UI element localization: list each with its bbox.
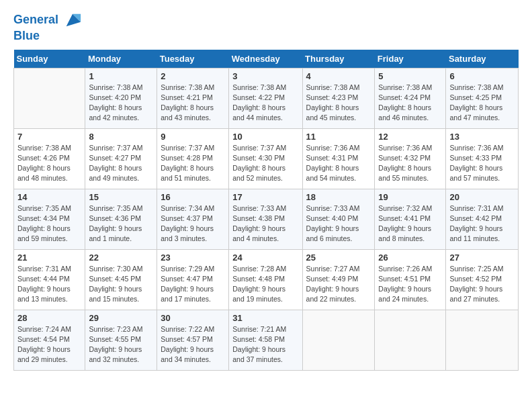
calendar-cell: 10Sunrise: 7:37 AMSunset: 4:30 PMDayligh…: [229, 128, 302, 189]
day-number: 28: [17, 313, 81, 323]
calendar-week-4: 21Sunrise: 7:31 AMSunset: 4:44 PMDayligh…: [14, 249, 519, 310]
day-number: 6: [449, 71, 515, 81]
header-monday: Monday: [85, 50, 157, 68]
day-info: Sunrise: 7:25 AMSunset: 4:52 PMDaylight:…: [449, 264, 515, 305]
day-info: Sunrise: 7:38 AMSunset: 4:22 PMDaylight:…: [232, 83, 298, 124]
day-number: 5: [378, 71, 442, 81]
day-number: 30: [161, 313, 225, 323]
day-number: 23: [161, 253, 225, 263]
day-number: 1: [89, 71, 153, 81]
day-number: 12: [378, 132, 442, 142]
header-tuesday: Tuesday: [157, 50, 229, 68]
day-info: Sunrise: 7:21 AMSunset: 4:58 PMDaylight:…: [232, 324, 298, 365]
day-info: Sunrise: 7:24 AMSunset: 4:54 PMDaylight:…: [17, 324, 81, 365]
calendar-cell: 6Sunrise: 7:38 AMSunset: 4:25 PMDaylight…: [446, 68, 519, 128]
day-number: 20: [449, 192, 515, 202]
day-info: Sunrise: 7:23 AMSunset: 4:55 PMDaylight:…: [89, 324, 153, 365]
calendar-cell: [14, 68, 85, 128]
calendar-header-row: SundayMondayTuesdayWednesdayThursdayFrid…: [14, 50, 519, 68]
day-number: 24: [232, 253, 298, 263]
calendar-cell: 17Sunrise: 7:33 AMSunset: 4:38 PMDayligh…: [229, 189, 302, 249]
calendar-cell: 16Sunrise: 7:34 AMSunset: 4:37 PMDayligh…: [157, 189, 229, 249]
day-info: Sunrise: 7:36 AMSunset: 4:33 PMDaylight:…: [449, 143, 515, 184]
day-info: Sunrise: 7:38 AMSunset: 4:21 PMDaylight:…: [161, 83, 225, 124]
day-info: Sunrise: 7:38 AMSunset: 4:23 PMDaylight:…: [306, 83, 371, 124]
calendar-cell: 13Sunrise: 7:36 AMSunset: 4:33 PMDayligh…: [446, 128, 519, 189]
day-info: Sunrise: 7:33 AMSunset: 4:38 PMDaylight:…: [232, 203, 298, 244]
day-number: 27: [449, 253, 515, 263]
day-number: 15: [89, 192, 153, 202]
day-info: Sunrise: 7:32 AMSunset: 4:41 PMDaylight:…: [378, 203, 442, 244]
day-info: Sunrise: 7:37 AMSunset: 4:28 PMDaylight:…: [161, 143, 225, 184]
calendar-cell: 7Sunrise: 7:38 AMSunset: 4:26 PMDaylight…: [14, 128, 85, 189]
calendar-week-5: 28Sunrise: 7:24 AMSunset: 4:54 PMDayligh…: [14, 310, 519, 370]
calendar-cell: 22Sunrise: 7:30 AMSunset: 4:45 PMDayligh…: [85, 249, 157, 310]
calendar-cell: 14Sunrise: 7:35 AMSunset: 4:34 PMDayligh…: [14, 189, 85, 249]
calendar-cell: 30Sunrise: 7:22 AMSunset: 4:57 PMDayligh…: [157, 310, 229, 370]
calendar-cell: 8Sunrise: 7:37 AMSunset: 4:27 PMDaylight…: [85, 128, 157, 189]
calendar-week-1: 1Sunrise: 7:38 AMSunset: 4:20 PMDaylight…: [14, 68, 519, 128]
day-number: 11: [306, 132, 371, 142]
calendar-cell: 26Sunrise: 7:26 AMSunset: 4:51 PMDayligh…: [375, 249, 446, 310]
day-number: 16: [161, 192, 225, 202]
calendar-cell: 29Sunrise: 7:23 AMSunset: 4:55 PMDayligh…: [85, 310, 157, 370]
calendar-table: SundayMondayTuesdayWednesdayThursdayFrid…: [13, 50, 519, 371]
day-info: Sunrise: 7:28 AMSunset: 4:48 PMDaylight:…: [232, 264, 298, 305]
calendar-cell: 25Sunrise: 7:27 AMSunset: 4:49 PMDayligh…: [302, 249, 375, 310]
header-wednesday: Wednesday: [229, 50, 302, 68]
calendar-cell: 24Sunrise: 7:28 AMSunset: 4:48 PMDayligh…: [229, 249, 302, 310]
calendar-cell: 28Sunrise: 7:24 AMSunset: 4:54 PMDayligh…: [14, 310, 85, 370]
header-friday: Friday: [375, 50, 446, 68]
day-info: Sunrise: 7:38 AMSunset: 4:26 PMDaylight:…: [17, 143, 81, 184]
day-info: Sunrise: 7:36 AMSunset: 4:31 PMDaylight:…: [306, 143, 371, 184]
calendar-cell: 27Sunrise: 7:25 AMSunset: 4:52 PMDayligh…: [446, 249, 519, 310]
day-number: 3: [232, 71, 298, 81]
day-number: 13: [449, 132, 515, 142]
day-number: 31: [232, 313, 298, 323]
day-info: Sunrise: 7:27 AMSunset: 4:49 PMDaylight:…: [306, 264, 371, 305]
day-number: 22: [89, 253, 153, 263]
day-info: Sunrise: 7:26 AMSunset: 4:51 PMDaylight:…: [378, 264, 442, 305]
day-number: 10: [232, 132, 298, 142]
day-info: Sunrise: 7:29 AMSunset: 4:47 PMDaylight:…: [161, 264, 225, 305]
day-number: 14: [17, 192, 81, 202]
calendar-cell: 3Sunrise: 7:38 AMSunset: 4:22 PMDaylight…: [229, 68, 302, 128]
day-number: 17: [232, 192, 298, 202]
day-number: 18: [306, 192, 371, 202]
logo: General Blue: [13, 11, 82, 43]
day-info: Sunrise: 7:36 AMSunset: 4:32 PMDaylight:…: [378, 143, 442, 184]
day-info: Sunrise: 7:31 AMSunset: 4:42 PMDaylight:…: [449, 203, 515, 244]
day-number: 25: [306, 253, 371, 263]
calendar-cell: [375, 310, 446, 370]
calendar-cell: 9Sunrise: 7:37 AMSunset: 4:28 PMDaylight…: [157, 128, 229, 189]
calendar-cell: [446, 310, 519, 370]
calendar-cell: 2Sunrise: 7:38 AMSunset: 4:21 PMDaylight…: [157, 68, 229, 128]
day-info: Sunrise: 7:38 AMSunset: 4:25 PMDaylight:…: [449, 83, 515, 124]
calendar-week-3: 14Sunrise: 7:35 AMSunset: 4:34 PMDayligh…: [14, 189, 519, 249]
calendar-cell: 19Sunrise: 7:32 AMSunset: 4:41 PMDayligh…: [375, 189, 446, 249]
day-number: 4: [306, 71, 371, 81]
calendar-cell: 1Sunrise: 7:38 AMSunset: 4:20 PMDaylight…: [85, 68, 157, 128]
day-number: 9: [161, 132, 225, 142]
page-header: General Blue: [13, 11, 519, 43]
day-info: Sunrise: 7:38 AMSunset: 4:20 PMDaylight:…: [89, 83, 153, 124]
calendar-cell: 5Sunrise: 7:38 AMSunset: 4:24 PMDaylight…: [375, 68, 446, 128]
day-number: 7: [17, 132, 81, 142]
day-number: 19: [378, 192, 442, 202]
header-thursday: Thursday: [302, 50, 375, 68]
day-number: 29: [89, 313, 153, 323]
day-info: Sunrise: 7:22 AMSunset: 4:57 PMDaylight:…: [161, 324, 225, 365]
day-info: Sunrise: 7:33 AMSunset: 4:40 PMDaylight:…: [306, 203, 371, 244]
calendar-cell: 11Sunrise: 7:36 AMSunset: 4:31 PMDayligh…: [302, 128, 375, 189]
day-info: Sunrise: 7:37 AMSunset: 4:27 PMDaylight:…: [89, 143, 153, 184]
calendar-cell: 15Sunrise: 7:35 AMSunset: 4:36 PMDayligh…: [85, 189, 157, 249]
header-saturday: Saturday: [446, 50, 519, 68]
day-info: Sunrise: 7:31 AMSunset: 4:44 PMDaylight:…: [17, 264, 81, 305]
day-info: Sunrise: 7:35 AMSunset: 4:34 PMDaylight:…: [17, 203, 81, 244]
day-info: Sunrise: 7:34 AMSunset: 4:37 PMDaylight:…: [161, 203, 225, 244]
day-info: Sunrise: 7:30 AMSunset: 4:45 PMDaylight:…: [89, 264, 153, 305]
calendar-cell: 31Sunrise: 7:21 AMSunset: 4:58 PMDayligh…: [229, 310, 302, 370]
calendar-cell: 21Sunrise: 7:31 AMSunset: 4:44 PMDayligh…: [14, 249, 85, 310]
day-info: Sunrise: 7:37 AMSunset: 4:30 PMDaylight:…: [232, 143, 298, 184]
calendar-week-2: 7Sunrise: 7:38 AMSunset: 4:26 PMDaylight…: [14, 128, 519, 189]
